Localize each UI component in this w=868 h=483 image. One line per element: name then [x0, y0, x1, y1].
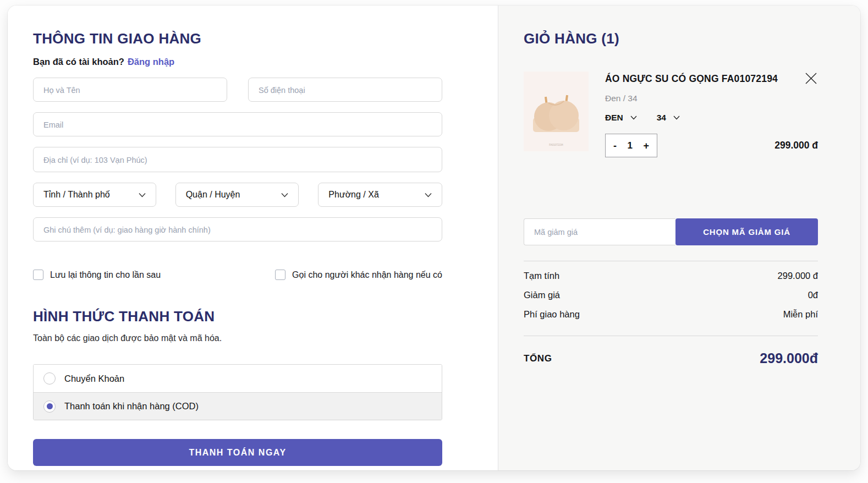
close-icon[interactable] — [804, 72, 818, 85]
cart-title: GIỎ HÀNG (1) — [524, 30, 818, 47]
quantity-decrease-button[interactable]: - — [613, 141, 617, 151]
province-select-label: Tỉnh / Thành phố — [43, 190, 110, 200]
payment-option-bank-transfer[interactable]: Chuyển Khoản — [34, 365, 442, 392]
subtotal-value: 299.000 đ — [778, 271, 818, 281]
email-input[interactable] — [33, 112, 442, 136]
discount-row: CHỌN MÃ GIẢM GIÁ — [524, 218, 818, 245]
address-input[interactable] — [33, 147, 442, 172]
radio-icon — [43, 372, 56, 385]
total-row: TỔNG 299.000đ — [524, 350, 818, 366]
name-input[interactable] — [33, 78, 227, 102]
payment-option-cod[interactable]: Thanh toán khi nhận hàng (COD) — [34, 392, 442, 420]
product-name: ÁO NGỰC SU CÓ GỌNG FA01072194 — [605, 72, 778, 85]
quantity-value: 1 — [628, 140, 633, 151]
size-select[interactable]: 34 — [657, 113, 680, 123]
ward-select-label: Phường / Xã — [328, 190, 378, 200]
chevron-down-icon — [630, 116, 637, 120]
shipping-fee-value: Miễn phí — [783, 309, 818, 320]
shipping-panel: THÔNG TIN GIAO HÀNG Bạn đã có tài khoản?… — [8, 6, 498, 470]
ward-select[interactable]: Phường / Xã — [318, 183, 442, 207]
checkout-card: THÔNG TIN GIAO HÀNG Bạn đã có tài khoản?… — [8, 6, 860, 470]
discount-value: 0đ — [808, 290, 818, 300]
phone-input[interactable] — [248, 78, 442, 102]
summary-row-shipping-fee: Phí giao hàng Miễn phí — [524, 309, 818, 320]
choose-discount-button[interactable]: CHỌN MÃ GIẢM GIÁ — [675, 218, 818, 245]
payment-title: HÌNH THỨC THANH TOÁN — [33, 308, 442, 325]
save-info-checkbox[interactable]: Lưu lại thông tin cho lần sau — [33, 270, 161, 280]
discount-label: Giảm giá — [524, 290, 560, 300]
item-details: ÁO NGỰC SU CÓ GỌNG FA01072194 Đen / 34 Đ… — [605, 72, 818, 157]
quantity-stepper: - 1 + — [605, 134, 657, 157]
total-value: 299.000đ — [760, 350, 818, 366]
summary-row-discount: Giảm giá 0đ — [524, 290, 818, 300]
divider — [524, 336, 818, 336]
save-info-label: Lưu lại thông tin cho lần sau — [50, 270, 161, 280]
payment-options: Chuyển Khoản Thanh toán khi nhận hàng (C… — [33, 364, 442, 420]
size-select-value: 34 — [657, 113, 666, 123]
pay-now-button[interactable]: THANH TOÁN NGAY — [33, 439, 442, 466]
payment-option-label: Thanh toán khi nhận hàng (COD) — [64, 401, 199, 411]
shipping-title: THÔNG TIN GIAO HÀNG — [33, 30, 442, 47]
checkbox-icon — [33, 270, 43, 280]
quantity-increase-button[interactable]: + — [643, 141, 649, 151]
subtotal-label: Tạm tính — [524, 271, 559, 281]
color-select[interactable]: ĐEN — [605, 113, 637, 123]
login-link[interactable]: Đăng nhập — [128, 57, 174, 67]
color-select-value: ĐEN — [605, 113, 623, 123]
order-summary: Tạm tính 299.000 đ Giảm giá 0đ Phí giao … — [524, 271, 818, 320]
account-question: Bạn đã có tài khoản? — [33, 57, 124, 67]
total-label: TỔNG — [524, 353, 552, 364]
payment-option-label: Chuyển Khoản — [64, 374, 124, 384]
shipping-fee-label: Phí giao hàng — [524, 309, 580, 320]
chevron-down-icon — [425, 193, 432, 197]
call-other-checkbox[interactable]: Gọi cho người khác nhận hàng nếu có — [275, 270, 442, 280]
summary-row-subtotal: Tạm tính 299.000 đ — [524, 271, 818, 281]
chevron-down-icon — [139, 193, 146, 197]
variant-text: Đen / 34 — [605, 94, 818, 103]
chevron-down-icon — [673, 116, 680, 120]
district-select[interactable]: Quận / Huyện — [175, 183, 299, 207]
district-select-label: Quận / Huyện — [186, 190, 240, 200]
discount-code-input[interactable] — [524, 218, 675, 245]
account-line: Bạn đã có tài khoản?Đăng nhập — [33, 57, 442, 67]
chevron-down-icon — [281, 193, 288, 197]
province-select[interactable]: Tỉnh / Thành phố — [33, 183, 156, 207]
cart-item: FA01072194 ÁO NGỰC SU CÓ GỌNG FA01072194… — [524, 72, 818, 157]
item-price: 299.000 đ — [774, 140, 818, 151]
payment-subtitle: Toàn bộ các giao dịch được bảo mật và mã… — [33, 333, 442, 343]
radio-icon-selected — [43, 400, 56, 413]
note-input[interactable] — [33, 217, 442, 241]
product-image: FA01072194 — [524, 72, 589, 151]
checkbox-icon — [275, 270, 285, 280]
svg-text:FA01072194: FA01072194 — [549, 144, 563, 146]
call-other-label: Gọi cho người khác nhận hàng nếu có — [292, 270, 442, 280]
cart-panel: GIỎ HÀNG (1) FA01072194 ÁO NGỰC SU CÓ GỌ… — [498, 6, 860, 470]
divider — [524, 261, 818, 261]
